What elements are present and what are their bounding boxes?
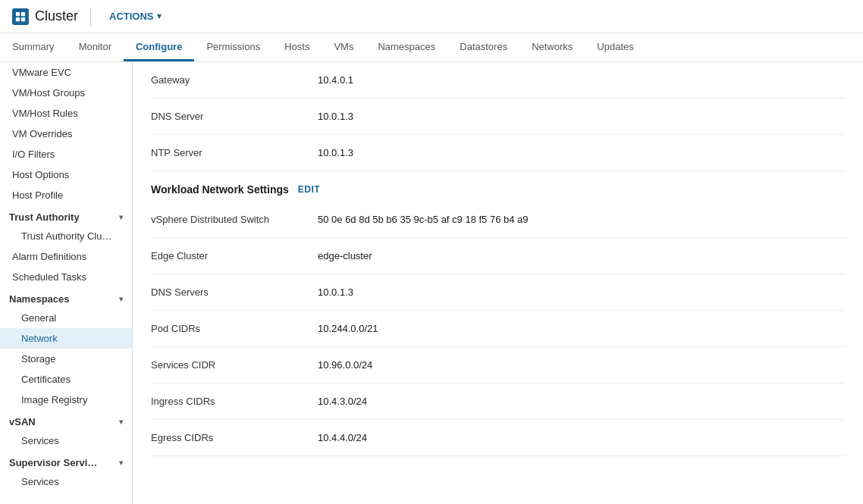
header-divider (90, 8, 91, 26)
svg-rect-2 (16, 17, 20, 20)
sidebar-item-io-filters[interactable]: I/O Filters (0, 144, 132, 164)
sidebar-section-namespaces[interactable]: Namespaces ▾ (0, 287, 132, 308)
content-area: Gateway 10.4.0.1 DNS Server 10.0.1.3 NTP… (133, 62, 863, 504)
sidebar-item-network[interactable]: Network (0, 328, 132, 349)
row-dns-server: DNS Server 10.0.1.3 (151, 99, 845, 135)
sidebar-item-vm-host-rules[interactable]: VM/Host Rules (0, 103, 132, 124)
chevron-down-icon: ▾ (157, 11, 162, 21)
sidebar-item-certificates[interactable]: Certificates (0, 369, 132, 390)
sidebar-item-vm-host-groups[interactable]: VM/Host Groups (0, 83, 132, 103)
top-header: Cluster ACTIONS ▾ (0, 0, 863, 33)
tab-datastores[interactable]: Datastores (447, 33, 519, 61)
sidebar-section-trust-authority[interactable]: Trust Authority ▾ (0, 205, 132, 226)
sidebar-item-trust-authority-clu[interactable]: Trust Authority Clu… (0, 226, 132, 246)
chevron-down-icon: ▾ (119, 295, 123, 303)
tab-monitor[interactable]: Monitor (67, 33, 124, 61)
tab-summary[interactable]: Summary (0, 33, 67, 61)
workload-section-title: Workload Network Settings (151, 183, 289, 196)
chevron-down-icon: ▾ (119, 418, 123, 426)
sidebar-item-vsan-services[interactable]: Services (0, 430, 132, 451)
actions-button[interactable]: ACTIONS ▾ (103, 8, 168, 25)
tab-networks[interactable]: Networks (519, 33, 585, 61)
workload-section-header: Workload Network Settings EDIT (151, 171, 845, 202)
nav-tabs: Summary Monitor Configure Permissions Ho… (0, 33, 863, 62)
row-services-cidr: Services CIDR 10.96.0.0/24 (151, 347, 845, 383)
row-ingress-cidrs: Ingress CIDRs 10.4.3.0/24 (151, 383, 845, 420)
page-title: Cluster (35, 8, 78, 24)
sidebar-section-vsan[interactable]: vSAN ▾ (0, 410, 132, 430)
sidebar-item-general[interactable]: General (0, 308, 132, 328)
chevron-down-icon: ▾ (119, 459, 123, 467)
row-gateway: Gateway 10.4.0.1 (151, 62, 845, 99)
svg-rect-1 (21, 11, 25, 15)
svg-rect-3 (21, 17, 25, 20)
sidebar-item-image-registry[interactable]: Image Registry (0, 390, 132, 410)
row-egress-cidrs: Egress CIDRs 10.4.4.0/24 (151, 420, 845, 456)
workload-edit-link[interactable]: EDIT (298, 184, 320, 195)
tab-configure[interactable]: Configure (124, 33, 194, 61)
cluster-icon (12, 8, 29, 25)
row-ntp-server: NTP Server 10.0.1.3 (151, 135, 845, 171)
sidebar: VMware EVC VM/Host Groups VM/Host Rules … (0, 62, 133, 504)
row-pod-cidrs: Pod CIDRs 10.244.0.0/21 (151, 311, 845, 347)
sidebar-item-host-profile[interactable]: Host Profile (0, 185, 132, 205)
tab-updates[interactable]: Updates (585, 33, 645, 61)
sidebar-item-storage[interactable]: Storage (0, 349, 132, 369)
sidebar-item-vmware-evc[interactable]: VMware EVC (0, 62, 132, 83)
row-dns-servers: DNS Servers 10.0.1.3 (151, 274, 845, 311)
tab-hosts[interactable]: Hosts (272, 33, 322, 61)
main-layout: VMware EVC VM/Host Groups VM/Host Rules … (0, 62, 863, 504)
sidebar-item-vm-overrides[interactable]: VM Overrides (0, 124, 132, 144)
svg-rect-0 (16, 11, 20, 15)
sidebar-item-alarm-definitions[interactable]: Alarm Definitions (0, 246, 132, 267)
sidebar-item-scheduled-tasks[interactable]: Scheduled Tasks (0, 267, 132, 287)
row-edge-cluster: Edge Cluster edge-cluster (151, 238, 845, 274)
tab-namespaces[interactable]: Namespaces (366, 33, 447, 61)
sidebar-item-host-options[interactable]: Host Options (0, 164, 132, 185)
tab-vms[interactable]: VMs (322, 33, 366, 61)
row-vsphere-distributed-switch: vSphere Distributed Switch 50 0e 6d 8d 5… (151, 202, 845, 238)
tab-permissions[interactable]: Permissions (194, 33, 272, 61)
chevron-down-icon: ▾ (119, 213, 123, 221)
sidebar-item-supervisor-services-svc[interactable]: Services (0, 471, 132, 492)
sidebar-section-supervisor-services[interactable]: Supervisor Servi… ▾ (0, 451, 132, 471)
